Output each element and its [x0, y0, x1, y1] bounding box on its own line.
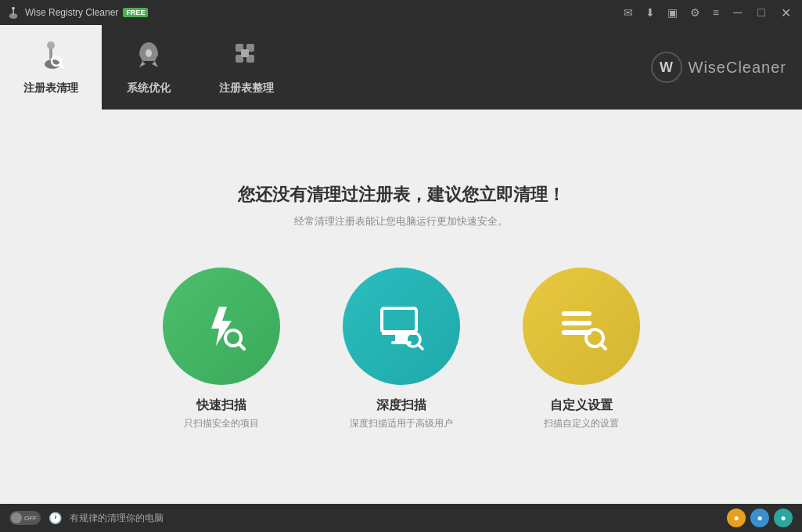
brand: W WiseCleaner	[651, 52, 786, 83]
main-container: 注册表清理 系统优化	[0, 25, 802, 532]
custom-settings-icon	[554, 299, 609, 354]
brand-icon: W	[651, 52, 682, 83]
deep-scan-title: 深度扫描	[376, 397, 426, 414]
update-dot[interactable]: ●	[774, 509, 793, 527]
brand-name: WiseCleaner	[689, 59, 786, 77]
tab-system-optimize[interactable]: 系统优化	[102, 25, 196, 110]
toggle-knob	[11, 512, 22, 523]
fast-scan-button[interactable]	[163, 268, 280, 385]
svg-rect-24	[562, 321, 592, 325]
tab-registry-defrag[interactable]: 注册表整理	[196, 25, 297, 110]
svg-rect-13	[241, 49, 249, 57]
cards-section: 快速扫描 只扫描安全的项目 深度扫描 深度扫描适用	[163, 268, 640, 430]
notification-dot[interactable]: ●	[727, 509, 746, 527]
mail-icon[interactable]: ✉	[624, 6, 633, 19]
menu-icon[interactable]: ≡	[713, 6, 719, 19]
titlebar-left: Wise Registry Cleaner FREE	[6, 5, 148, 20]
tab-registry-defrag-label: 注册表整理	[219, 81, 274, 95]
card-fast-scan[interactable]: 快速扫描 只扫描安全的项目	[163, 268, 280, 430]
svg-line-27	[600, 344, 606, 350]
svg-point-8	[146, 49, 152, 57]
free-badge: FREE	[123, 8, 148, 17]
registry-defrag-icon	[231, 39, 262, 75]
toggle-label: OFF	[24, 515, 37, 522]
close-button[interactable]: ✕	[776, 4, 796, 22]
content-area: 您还没有清理过注册表，建议您立即清理！ 经常清理注册表能让您电脑运行更加快速安全…	[0, 110, 802, 504]
settings-icon[interactable]: ⚙	[690, 6, 700, 19]
main-heading: 您还没有清理过注册表，建议您立即清理！	[238, 183, 565, 207]
status-text: 有规律的清理你的电脑	[70, 512, 164, 525]
navbar: 注册表清理 系统优化	[0, 25, 802, 110]
window-controls: ─ □ ✕	[728, 4, 796, 22]
card-deep-scan[interactable]: 深度扫描 深度扫描适用于高级用户	[343, 268, 460, 430]
deep-scan-button[interactable]	[343, 268, 460, 385]
svg-line-7	[60, 65, 63, 68]
tab-registry-clean[interactable]: 注册表清理	[0, 25, 102, 110]
titlebar-icons: ✉ ⬇ ▣ ⚙ ≡	[624, 6, 719, 19]
titlebar: Wise Registry Cleaner FREE ✉ ⬇ ▣ ⚙ ≡ ─ □…	[0, 0, 802, 25]
svg-point-5	[47, 41, 55, 49]
fast-scan-desc: 只扫描安全的项目	[184, 417, 259, 430]
minimize-button[interactable]: ─	[728, 4, 746, 21]
svg-marker-14	[211, 307, 232, 346]
app-title: Wise Registry Cleaner	[25, 7, 118, 18]
schedule-toggle[interactable]: OFF	[9, 511, 41, 525]
clock-icon: 🕐	[49, 512, 62, 524]
info-dot[interactable]: ●	[750, 509, 769, 527]
screen-icon[interactable]: ▣	[667, 6, 678, 19]
statusbar: OFF 🕐 有规律的清理你的电脑 ● ● ●	[0, 504, 802, 532]
system-optimize-icon	[133, 39, 164, 75]
registry-clean-icon	[35, 39, 67, 75]
fast-scan-icon	[194, 299, 249, 354]
svg-point-2	[12, 7, 15, 10]
custom-settings-button[interactable]	[523, 268, 640, 385]
custom-settings-desc: 扫描自定义的设置	[544, 417, 619, 430]
deep-scan-desc: 深度扫描适用于高级用户	[350, 417, 453, 430]
app-icon	[6, 5, 20, 20]
custom-settings-title: 自定义设置	[550, 397, 613, 414]
deep-scan-icon	[374, 299, 429, 354]
fast-scan-title: 快速扫描	[196, 397, 246, 414]
svg-line-16	[239, 343, 244, 349]
maximize-button[interactable]: □	[753, 4, 770, 21]
svg-line-22	[418, 345, 423, 350]
sub-heading: 经常清理注册表能让您电脑运行更加快速安全。	[238, 214, 565, 228]
download-icon[interactable]: ⬇	[646, 6, 655, 19]
statusbar-right: ● ● ●	[727, 509, 793, 527]
tab-registry-clean-label: 注册表清理	[23, 81, 78, 95]
card-custom-settings[interactable]: 自定义设置 扫描自定义的设置	[523, 268, 640, 430]
tab-system-optimize-label: 系统优化	[127, 81, 171, 95]
svg-rect-23	[562, 311, 592, 316]
heading-section: 您还没有清理过注册表，建议您立即清理！ 经常清理注册表能让您电脑运行更加快速安全…	[238, 183, 565, 228]
svg-rect-17	[382, 308, 416, 332]
